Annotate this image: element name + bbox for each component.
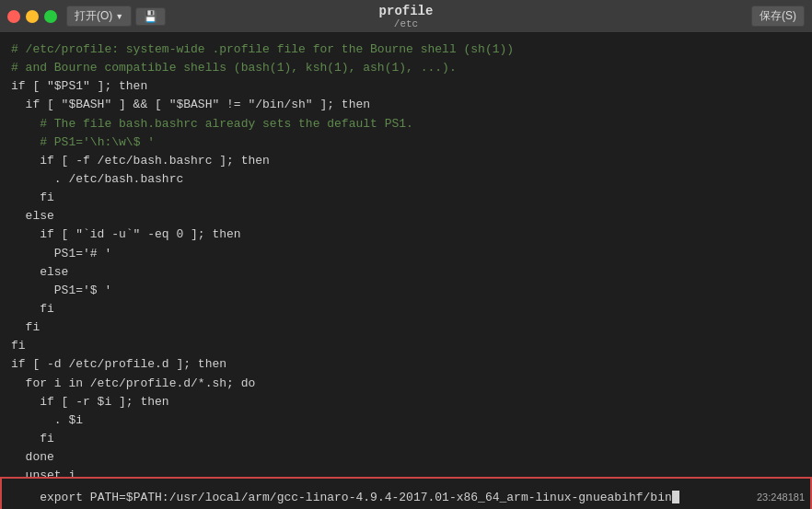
bottom-bar: export PATH=$PATH:/usr/local/arm/gcc-lin… xyxy=(0,483,812,509)
editor-line: # The file bash.bashrc already sets the … xyxy=(11,115,801,133)
minimize-button[interactable] xyxy=(26,10,39,23)
filename: profile xyxy=(379,4,434,18)
editor-line: fi xyxy=(11,300,801,318)
window-controls xyxy=(7,10,57,23)
close-button[interactable] xyxy=(7,10,20,23)
editor-line: # /etc/profile: system-wide .profile fil… xyxy=(11,40,801,59)
toolbar-buttons: 打开(O) ▼ 💾 xyxy=(66,6,166,27)
editor-line: fi xyxy=(11,318,801,337)
editor-line: if [ "`id -u`" -eq 0 ]; then xyxy=(11,226,801,244)
editor-line: if [ "$BASH" ] && [ "$BASH" != "/bin/sh"… xyxy=(11,96,801,114)
editor-line: PS1='# ' xyxy=(11,245,801,263)
save-icon-button[interactable]: 💾 xyxy=(135,7,166,26)
export-text: export PATH=$PATH:/usr/local/arm/gcc-lin… xyxy=(40,491,672,504)
editor-line: if [ -r $i ]; then xyxy=(11,393,801,411)
editor: # /etc/profile: system-wide .profile fil… xyxy=(0,33,812,483)
editor-line: fi xyxy=(11,337,801,355)
editor-line: # and Bourne compatible shells (bash(1),… xyxy=(11,59,801,77)
editor-line: fi xyxy=(11,430,801,448)
editor-line: if [ -f /etc/bash.bashrc ]; then xyxy=(11,152,801,170)
editor-line: if [ "$PS1" ]; then xyxy=(11,77,801,96)
editor-line: . /etc/bash.bashrc xyxy=(11,170,801,189)
editor-line: # PS1='\h:\w\$ ' xyxy=(11,133,801,152)
titlebar: 打开(O) ▼ 💾 profile /etc 保存(S) xyxy=(0,0,812,33)
export-line[interactable]: export PATH=$PATH:/usr/local/arm/gcc-lin… xyxy=(0,477,812,510)
editor-line: for i in /etc/profile.d/*.sh; do xyxy=(11,375,801,393)
editor-line: done xyxy=(11,448,801,467)
dropdown-arrow-icon: ▼ xyxy=(115,12,123,21)
editor-line: else xyxy=(11,207,801,226)
open-label: 打开(O) xyxy=(75,8,112,24)
cursor xyxy=(672,491,679,503)
title-center: profile /etc xyxy=(379,4,434,29)
line-column-indicator: 23:248181 xyxy=(757,492,805,503)
editor-line: . $i xyxy=(11,411,801,430)
editor-line: if [ -d /etc/profile.d ]; then xyxy=(11,355,801,374)
maximize-button[interactable] xyxy=(44,10,57,23)
editor-line: fi xyxy=(11,189,801,207)
open-button[interactable]: 打开(O) ▼ xyxy=(66,6,132,27)
editor-line: else xyxy=(11,263,801,282)
editor-line: PS1='$ ' xyxy=(11,282,801,300)
filepath: /etc xyxy=(379,18,434,29)
save-button[interactable]: 保存(S) xyxy=(751,6,805,27)
